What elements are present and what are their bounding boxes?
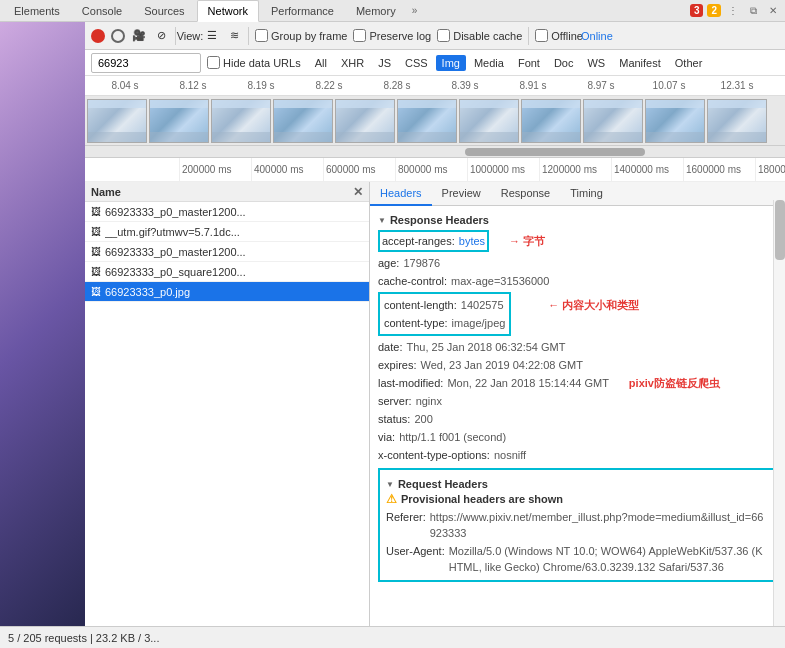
preserve-log-checkbox[interactable]: Preserve log xyxy=(353,29,431,42)
list-view-icon[interactable]: ☰ xyxy=(204,28,220,44)
file-item-1[interactable]: 🖼 __utm.gif?utmwv=5.7.1dc... xyxy=(85,222,369,242)
search-input[interactable] xyxy=(91,53,201,73)
camera-icon[interactable]: 🎥 xyxy=(131,28,147,44)
file-list-title: Name xyxy=(91,186,121,198)
tab-item-performance[interactable]: Performance xyxy=(261,0,344,22)
separator2 xyxy=(248,27,249,45)
filmstrip-thumb-6[interactable] xyxy=(459,99,519,143)
filter-xhr[interactable]: XHR xyxy=(335,55,370,71)
tab-timing[interactable]: Timing xyxy=(560,182,613,206)
ms-bar: 200000 ms 400000 ms 600000 ms 800000 ms … xyxy=(85,158,785,182)
tab-item-console[interactable]: Console xyxy=(72,0,132,22)
network-toolbar: 🎥 ⊘ View: ☰ ≋ Group by frame Preserve lo… xyxy=(85,22,785,50)
filter-bar: Hide data URLs All XHR JS CSS Img Media … xyxy=(85,50,785,76)
tick-5: 8.39 s xyxy=(431,80,499,91)
filter-css[interactable]: CSS xyxy=(399,55,434,71)
file-list-close[interactable]: ✕ xyxy=(353,185,363,199)
filmstrip-thumb-0[interactable] xyxy=(87,99,147,143)
filter-types: All XHR JS CSS Img Media Font Doc WS Man… xyxy=(309,55,709,71)
offline-checkbox[interactable]: Offline xyxy=(535,29,583,42)
content-highlight-box: content-length: 1402575 content-type: im… xyxy=(378,292,511,336)
disable-cache-input[interactable] xyxy=(437,29,450,42)
tick-7: 8.97 s xyxy=(567,80,635,91)
header-cache-control: cache-control: max-age=31536000 xyxy=(378,272,777,290)
file-name-0: 66923333_p0_master1200... xyxy=(105,206,363,218)
filmstrip-thumb-5[interactable] xyxy=(397,99,457,143)
tab-more-icon[interactable]: » xyxy=(408,3,422,18)
filter-js[interactable]: JS xyxy=(372,55,397,71)
record-button[interactable] xyxy=(91,29,105,43)
scroll-track[interactable] xyxy=(85,146,785,158)
file-name-4: 66923333_p0.jpg xyxy=(105,286,363,298)
detach-icon[interactable]: ⧉ xyxy=(745,3,761,19)
scrollbar[interactable] xyxy=(773,200,785,626)
filter-manifest[interactable]: Manifest xyxy=(613,55,667,71)
filter-other[interactable]: Other xyxy=(669,55,709,71)
scrollbar-thumb[interactable] xyxy=(775,200,785,260)
filter-media[interactable]: Media xyxy=(468,55,510,71)
tick-6: 8.91 s xyxy=(499,80,567,91)
tick-3: 8.22 s xyxy=(295,80,363,91)
group-by-frame-checkbox[interactable]: Group by frame xyxy=(255,29,347,42)
pixiv-callout: pixiv防盗链反爬虫 xyxy=(629,375,720,391)
status-bar: 5 / 205 requests | 23.2 KB / 3... xyxy=(0,626,785,648)
file-item-0[interactable]: 🖼 66923333_p0_master1200... xyxy=(85,202,369,222)
filmstrip-thumb-9[interactable] xyxy=(645,99,705,143)
warning-triangle-icon: ⚠ xyxy=(386,492,397,506)
header-accept-ranges: accept-ranges: bytes → 字节 xyxy=(378,228,777,254)
preserve-log-input[interactable] xyxy=(353,29,366,42)
file-item-4[interactable]: 🖼 66923333_p0.jpg xyxy=(85,282,369,302)
filter-doc[interactable]: Doc xyxy=(548,55,580,71)
tab-item-sources[interactable]: Sources xyxy=(134,0,194,22)
scroll-thumb[interactable] xyxy=(465,148,645,156)
tab-response[interactable]: Response xyxy=(491,182,561,206)
tick-4: 8.28 s xyxy=(363,80,431,91)
header-via: via: http/1.1 f001 (second) xyxy=(378,428,777,446)
file-item-2[interactable]: 🖼 66923333_p0_master1200... xyxy=(85,242,369,262)
file-list-header: Name ✕ xyxy=(85,182,369,202)
accept-ranges-highlight: accept-ranges: bytes xyxy=(378,230,489,252)
hide-data-urls-input[interactable] xyxy=(207,56,220,69)
ms-tick-8: 1800000 ms xyxy=(755,158,785,182)
header-date: date: Thu, 25 Jan 2018 06:32:54 GMT xyxy=(378,338,777,356)
menu-icon[interactable]: ⋮ xyxy=(725,3,741,19)
tab-item-network[interactable]: Network xyxy=(197,0,259,22)
group-by-frame-input[interactable] xyxy=(255,29,268,42)
close-icon[interactable]: ✕ xyxy=(765,3,781,19)
ms-tick-4: 1000000 ms xyxy=(467,158,539,182)
hide-data-urls-checkbox[interactable]: Hide data URLs xyxy=(207,56,301,69)
file-item-3[interactable]: 🖼 66923333_p0_square1200... xyxy=(85,262,369,282)
disable-cache-checkbox[interactable]: Disable cache xyxy=(437,29,522,42)
filmstrip-thumb-1[interactable] xyxy=(149,99,209,143)
response-headers-title: Response Headers xyxy=(378,210,777,228)
filter-all[interactable]: All xyxy=(309,55,333,71)
offline-input[interactable] xyxy=(535,29,548,42)
header-referer: Referer: https://www.pixiv.net/member_il… xyxy=(386,508,769,542)
filter-ws[interactable]: WS xyxy=(581,55,611,71)
filmstrip-thumb-8[interactable] xyxy=(583,99,643,143)
warning-badge: 2 xyxy=(707,4,721,17)
tab-preview[interactable]: Preview xyxy=(432,182,491,206)
stop-button[interactable] xyxy=(111,29,125,43)
filmstrip-thumb-3[interactable] xyxy=(273,99,333,143)
header-content-length: content-length: 1402575 xyxy=(384,296,505,314)
tick-8: 10.07 s xyxy=(635,80,703,91)
filmstrip-thumb-10[interactable] xyxy=(707,99,767,143)
view-label: View: xyxy=(182,28,198,44)
filmstrip-thumb-7[interactable] xyxy=(521,99,581,143)
filter-icon[interactable]: ⊘ xyxy=(153,28,169,44)
tab-item-memory[interactable]: Memory xyxy=(346,0,406,22)
header-age: age: 179876 xyxy=(378,254,777,272)
ms-tick-7: 1600000 ms xyxy=(683,158,755,182)
tick-10: 12.32 s xyxy=(771,80,779,91)
tab-headers[interactable]: Headers xyxy=(370,182,432,206)
filter-img[interactable]: Img xyxy=(436,55,466,71)
header-last-modified: last-modified: Mon, 22 Jan 2018 15:14:44… xyxy=(378,374,777,392)
tab-item-elements[interactable]: Elements xyxy=(4,0,70,22)
file-icon-2: 🖼 xyxy=(91,246,101,257)
filter-font[interactable]: Font xyxy=(512,55,546,71)
file-name-3: 66923333_p0_square1200... xyxy=(105,266,363,278)
filmstrip-thumb-2[interactable] xyxy=(211,99,271,143)
waterfall-view-icon[interactable]: ≋ xyxy=(226,28,242,44)
filmstrip-thumb-4[interactable] xyxy=(335,99,395,143)
